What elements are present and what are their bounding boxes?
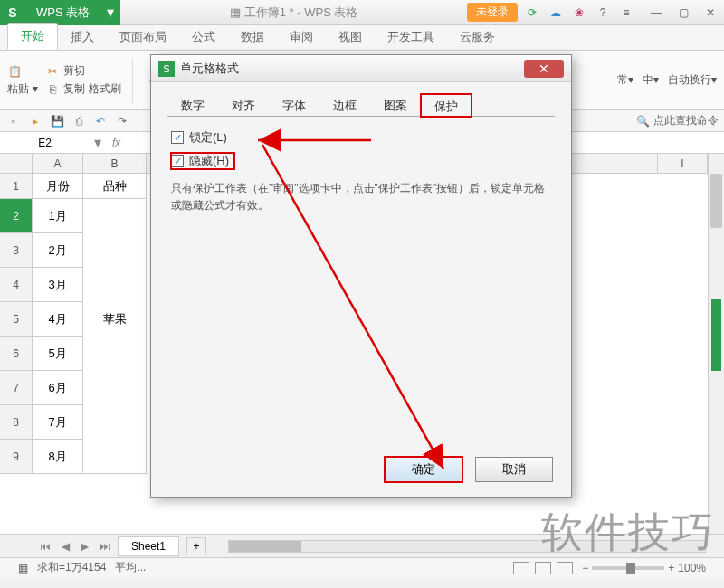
redo-icon[interactable]: ↷ [114, 113, 130, 129]
sheet-nav-first[interactable]: ⏮ [36, 540, 54, 553]
cell[interactable] [83, 199, 147, 233]
row-header[interactable]: 9 [0, 440, 33, 474]
view-page-button[interactable] [535, 562, 551, 574]
row-header[interactable]: 7 [0, 371, 33, 405]
row-header[interactable]: 4 [0, 268, 33, 302]
name-box[interactable]: E2 [0, 132, 90, 153]
tab-cloud[interactable]: 云服务 [447, 24, 508, 50]
col-header[interactable]: I [657, 154, 708, 174]
copy-icon[interactable]: ⎘ [45, 82, 60, 97]
cell[interactable]: 苹果 [83, 302, 147, 337]
ribbon-item-align[interactable]: 中▾ [643, 72, 659, 88]
help-icon[interactable]: ? [595, 5, 610, 20]
menu-tabs: 开始 插入 页面布局 公式 数据 审阅 视图 开发工具 云服务 [0, 25, 724, 51]
add-sheet-button[interactable]: + [186, 537, 206, 555]
scrollbar-thumb[interactable] [710, 174, 722, 228]
zoom-out-button[interactable]: − [582, 562, 588, 574]
row-header[interactable]: 5 [0, 302, 33, 337]
dlg-tab-align[interactable]: 对齐 [218, 93, 269, 116]
dlg-tab-font[interactable]: 字体 [269, 93, 319, 116]
cell[interactable] [83, 233, 147, 268]
row-header[interactable]: 8 [0, 405, 33, 440]
dialog-title: 单元格格式 [180, 61, 239, 77]
tab-insert[interactable]: 插入 [58, 24, 107, 50]
copy-button[interactable]: 复制 [63, 81, 85, 97]
row-header[interactable]: 3 [0, 233, 33, 268]
maximize-button[interactable]: ▢ [670, 3, 697, 23]
col-header[interactable]: B [83, 154, 147, 174]
cut-button[interactable]: ✂ 剪切 [45, 63, 121, 79]
row-header[interactable]: 1 [0, 174, 33, 199]
tab-formula[interactable]: 公式 [179, 24, 228, 50]
cell[interactable] [83, 371, 147, 405]
select-all-corner[interactable] [0, 154, 33, 174]
cell[interactable] [83, 440, 147, 474]
ribbon-item-wrap[interactable]: 自动换行▾ [668, 72, 717, 88]
minimize-button[interactable]: — [643, 3, 670, 23]
name-box-dropdown[interactable]: ▾ [90, 134, 105, 151]
col-header[interactable]: A [33, 154, 83, 174]
document-title: ▦工作簿1 * - WPS 表格 [120, 5, 467, 21]
cell[interactable]: 6月 [33, 371, 83, 405]
bars-icon[interactable]: ≡ [619, 5, 634, 20]
cell[interactable]: 3月 [33, 268, 83, 302]
cell[interactable]: 7月 [33, 405, 83, 440]
dlg-tab-protect[interactable]: 保护 [421, 94, 472, 117]
cell[interactable]: 1月 [33, 199, 83, 233]
skin-icon[interactable]: ❀ [572, 5, 586, 20]
tab-data[interactable]: 数据 [228, 24, 277, 50]
vertical-scrollbar[interactable] [708, 154, 724, 534]
ribbon-item-format[interactable]: 常▾ [617, 72, 634, 88]
open-icon[interactable]: ▸ [27, 113, 43, 129]
view-break-button[interactable] [557, 562, 573, 574]
undo-icon[interactable]: ↶ [92, 113, 109, 129]
zoom-slider[interactable] [592, 566, 664, 570]
sync-icon[interactable]: ⟳ [525, 5, 539, 20]
sheet-nav-next[interactable]: ▶ [77, 540, 92, 553]
row-header[interactable]: 6 [0, 337, 33, 371]
dlg-tab-pattern[interactable]: 图案 [370, 93, 421, 116]
view-normal-button[interactable] [513, 562, 529, 574]
hide-label: 隐藏(H) [189, 153, 229, 169]
app-menu-dropdown[interactable]: ▾ [100, 0, 120, 25]
command-search[interactable]: 🔍 点此查找命令 [636, 113, 719, 128]
tab-dev[interactable]: 开发工具 [375, 24, 447, 50]
cloud-icon[interactable]: ☁ [548, 5, 563, 20]
cell[interactable]: 4月 [33, 302, 83, 337]
dialog-close-button[interactable]: ✕ [524, 60, 564, 78]
tab-layout[interactable]: 页面布局 [107, 24, 179, 50]
cell[interactable]: 品种 [83, 174, 147, 199]
print-icon[interactable]: ⎙ [71, 113, 87, 129]
fx-label[interactable]: fx [105, 137, 128, 149]
scrollbar-thumb[interactable] [229, 541, 301, 552]
save-icon[interactable]: 💾 [49, 113, 65, 129]
cell[interactable]: 月份 [33, 174, 83, 199]
sheet-nav-prev[interactable]: ◀ [58, 540, 73, 553]
dlg-tab-number[interactable]: 数字 [167, 93, 218, 116]
cell-format-dialog: S 单元格格式 ✕ 数字 对齐 字体 边框 图案 保护 ✓ 锁定(L) ✓ 隐藏… [150, 54, 572, 498]
cancel-button[interactable]: 取消 [475, 457, 553, 482]
tab-start[interactable]: 开始 [7, 23, 58, 50]
sheet-tab[interactable]: Sheet1 [118, 536, 179, 556]
ok-button[interactable]: 确定 [385, 457, 462, 482]
cell[interactable]: 8月 [33, 440, 83, 474]
new-icon[interactable]: ▫ [5, 113, 22, 129]
tab-review[interactable]: 审阅 [277, 24, 326, 50]
cell[interactable] [83, 337, 147, 371]
zoom-in-button[interactable]: + [668, 562, 674, 574]
hide-checkbox[interactable]: ✓ [171, 155, 184, 167]
cell[interactable]: 2月 [33, 233, 83, 268]
row-header[interactable]: 2 [0, 199, 33, 233]
cell[interactable] [83, 405, 147, 440]
cell[interactable]: 5月 [33, 337, 83, 371]
paste-button[interactable]: 📋 [7, 64, 38, 79]
lock-checkbox[interactable]: ✓ [171, 131, 184, 144]
dlg-tab-border[interactable]: 边框 [319, 93, 370, 116]
login-badge[interactable]: 未登录 [467, 3, 518, 22]
tab-view[interactable]: 视图 [326, 24, 375, 50]
cell[interactable] [83, 268, 147, 302]
format-brush-button[interactable]: 格式刷 [89, 81, 121, 97]
sheet-nav-last[interactable]: ⏭ [96, 540, 114, 553]
close-window-button[interactable]: ✕ [697, 3, 724, 23]
zoom-level: 100% [678, 562, 706, 574]
